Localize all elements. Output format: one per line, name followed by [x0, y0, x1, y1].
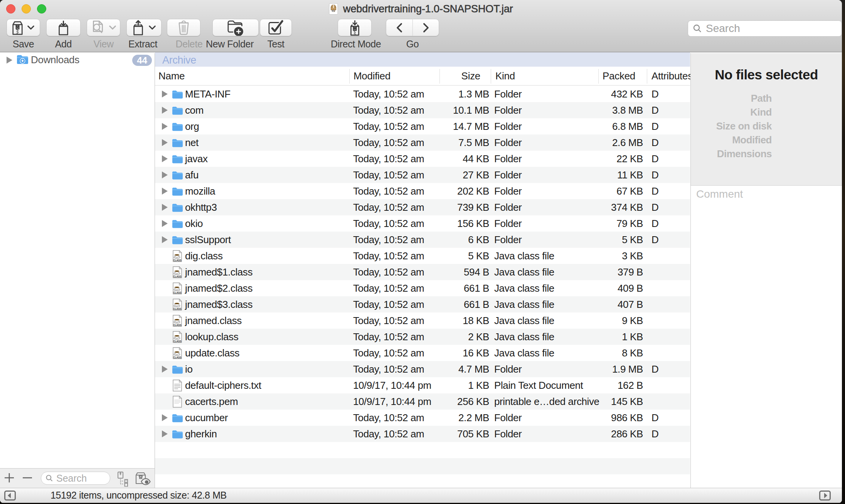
svg-text:CLASS: CLASS	[173, 275, 182, 278]
svg-text:ZIP: ZIP	[332, 10, 335, 12]
svg-text:CLASS: CLASS	[173, 291, 182, 294]
svg-text:CLASS: CLASS	[173, 356, 182, 359]
svg-text:CLASS: CLASS	[173, 340, 182, 343]
svg-text:CLASS: CLASS	[173, 307, 182, 310]
svg-text:CLASS: CLASS	[173, 324, 182, 326]
svg-text:CLASS: CLASS	[173, 259, 182, 262]
